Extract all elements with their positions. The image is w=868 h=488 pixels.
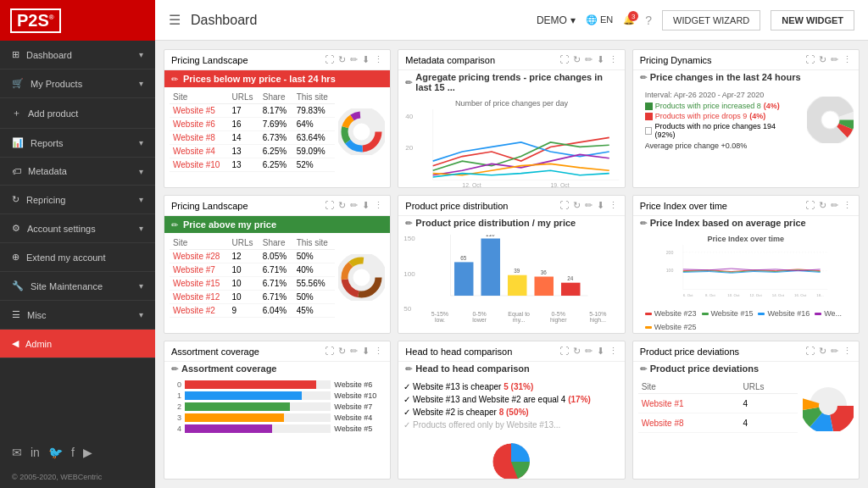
download-icon[interactable]: ⬇ — [597, 54, 604, 65]
edit-icon[interactable]: ✏ — [350, 346, 358, 357]
refresh-icon[interactable]: ↻ — [338, 200, 346, 211]
site-link[interactable]: Website #12 — [170, 291, 229, 304]
demo-dropdown[interactable]: DEMO ▾ — [537, 14, 576, 26]
sidebar-item-repricing[interactable]: ↻ Repricing ▾ — [0, 186, 155, 214]
sidebar-item-reports[interactable]: 📊 Reports ▾ — [0, 129, 155, 158]
site-link[interactable]: Website #28 — [170, 250, 229, 263]
refresh-icon[interactable]: ↻ — [573, 346, 581, 357]
site-link[interactable]: Website #10 — [170, 158, 229, 172]
bar-fill — [185, 413, 284, 422]
widget-header: Pricing Dynamics ⛶ ↻ ✏ ⋮ — [633, 50, 859, 70]
sidebar-item-misc[interactable]: ☰ Misc ▾ — [0, 301, 155, 330]
site-link[interactable]: Website #7 — [170, 263, 229, 277]
bar-site-label: Website #7 — [334, 402, 385, 411]
sidebar-item-account-settings[interactable]: ⚙ Account settings ▾ — [0, 214, 155, 243]
widget-title: Price above my price — [183, 219, 276, 230]
download-icon[interactable]: ⬇ — [362, 200, 370, 211]
sidebar-item-metadata[interactable]: 🏷 Metadata ▾ — [0, 158, 155, 186]
pencil-icon: ✏ — [171, 220, 178, 230]
twitter-icon[interactable]: 🐦 — [48, 446, 63, 459]
sidebar-item-admin[interactable]: ◀ Admin — [0, 330, 155, 358]
more-icon[interactable]: ⋮ — [374, 346, 383, 357]
edit-icon[interactable]: ✏ — [831, 54, 838, 65]
more-icon[interactable]: ⋮ — [843, 54, 852, 65]
download-icon[interactable]: ⬇ — [597, 200, 604, 211]
expand-icon[interactable]: ⛶ — [325, 346, 334, 357]
site-link[interactable]: Website #1 — [638, 394, 740, 413]
edit-icon[interactable]: ✏ — [350, 200, 358, 211]
sidebar-item-my-products[interactable]: 🛒 My Products ▾ — [0, 69, 155, 98]
expand-icon[interactable]: ⛶ — [805, 200, 815, 211]
deviations-table: Site URLs Website #14Website #84 — [638, 380, 798, 433]
refresh-icon[interactable]: ↻ — [338, 54, 346, 65]
more-icon[interactable]: ⋮ — [609, 346, 618, 357]
sidebar-item-dashboard[interactable]: ⊞ Dashboard ▾ — [0, 41, 155, 69]
refresh-icon[interactable]: ↻ — [819, 54, 826, 65]
logo[interactable]: P2S® — [0, 0, 155, 41]
new-widget-button[interactable]: NEW WIDGET — [771, 10, 854, 30]
youtube-icon[interactable]: ▶ — [83, 446, 92, 459]
expand-icon[interactable]: ⛶ — [325, 200, 334, 211]
more-icon[interactable]: ⋮ — [609, 54, 618, 65]
refresh-icon[interactable]: ↻ — [819, 346, 826, 357]
download-icon[interactable]: ⬇ — [362, 54, 370, 65]
drops-pct: (4%) — [749, 112, 765, 120]
edit-icon[interactable]: ✏ — [831, 200, 838, 211]
site-link[interactable]: Website #2 — [170, 304, 229, 318]
svg-text:20: 20 — [406, 144, 415, 152]
bar-fill — [185, 402, 290, 411]
more-icon[interactable]: ⋮ — [843, 200, 852, 211]
chevron-icon: ▾ — [139, 167, 143, 176]
help-icon[interactable]: ? — [645, 14, 652, 27]
sidebar-item-add-product[interactable]: ＋ Add product — [0, 98, 155, 129]
expand-icon[interactable]: ⛶ — [805, 346, 815, 357]
increased-text: Products with price increased 8 — [655, 102, 761, 110]
sidebar-item-extend[interactable]: ⊕ Extend my account — [0, 243, 155, 272]
tag-icon: 🏷 — [12, 166, 21, 176]
edit-icon[interactable]: ✏ — [585, 200, 593, 211]
expand-icon[interactable]: ⛶ — [559, 346, 569, 357]
download-icon[interactable]: ⬇ — [362, 346, 370, 357]
svg-text:200: 200 — [665, 250, 673, 255]
linkedin-icon[interactable]: in — [31, 446, 40, 459]
more-icon[interactable]: ⋮ — [843, 346, 852, 357]
refresh-icon[interactable]: ↻ — [573, 200, 581, 211]
site-link[interactable]: Website #8 — [170, 131, 229, 145]
site-link[interactable]: Website #6 — [170, 118, 229, 131]
expand-icon[interactable]: ⛶ — [559, 54, 569, 65]
more-icon[interactable]: ⋮ — [374, 200, 383, 211]
widget-wizard-button[interactable]: WIDGET WIZARD — [662, 10, 760, 30]
refresh-icon[interactable]: ↻ — [338, 346, 346, 357]
expand-icon[interactable]: ⛶ — [325, 54, 334, 65]
edit-icon[interactable]: ✏ — [350, 54, 358, 65]
expand-icon[interactable]: ⛶ — [559, 200, 569, 211]
hamburger-icon[interactable]: ☰ — [169, 12, 181, 28]
legend-color — [815, 313, 821, 315]
edit-icon[interactable]: ✏ — [831, 346, 838, 357]
more-icon[interactable]: ⋮ — [374, 54, 383, 65]
refresh-icon[interactable]: ↻ — [573, 54, 581, 65]
expand-icon[interactable]: ⛶ — [805, 54, 815, 65]
site-link[interactable]: Website #8 — [638, 413, 740, 433]
site-link[interactable]: Website #4 — [170, 145, 229, 158]
pl-table-wrap: Site URLs Share This site Website #5178.… — [170, 91, 385, 172]
email-icon[interactable]: ✉ — [12, 446, 22, 459]
edit-icon[interactable]: ✏ — [585, 54, 593, 65]
pricing-pie-chart — [338, 91, 385, 172]
table-row: Website #6167.69%64% — [170, 118, 335, 131]
sidebar-item-site-maintenance[interactable]: 🔧 Site Maintenance ▾ — [0, 272, 155, 301]
widget-pricing-dynamics: Pricing Dynamics ⛶ ↻ ✏ ⋮ ✏ Price changes… — [632, 49, 860, 188]
facebook-icon[interactable]: f — [71, 446, 75, 459]
more-icon[interactable]: ⋮ — [609, 200, 618, 211]
chart-title: Number of price changes per day — [403, 99, 619, 108]
language-selector[interactable]: 🌐 EN — [586, 14, 613, 25]
site-link[interactable]: Website #15 — [170, 277, 229, 291]
site-link[interactable]: Website #5 — [170, 104, 229, 118]
edit-icon[interactable]: ✏ — [585, 346, 593, 357]
this-site-cell: 64% — [293, 118, 336, 131]
svg-text:65: 65 — [460, 255, 467, 261]
share-cell: 6.73% — [259, 131, 293, 145]
download-icon[interactable]: ⬇ — [597, 346, 604, 357]
refresh-icon[interactable]: ↻ — [819, 200, 826, 211]
notifications-bell[interactable]: 🔔 3 — [623, 14, 635, 25]
